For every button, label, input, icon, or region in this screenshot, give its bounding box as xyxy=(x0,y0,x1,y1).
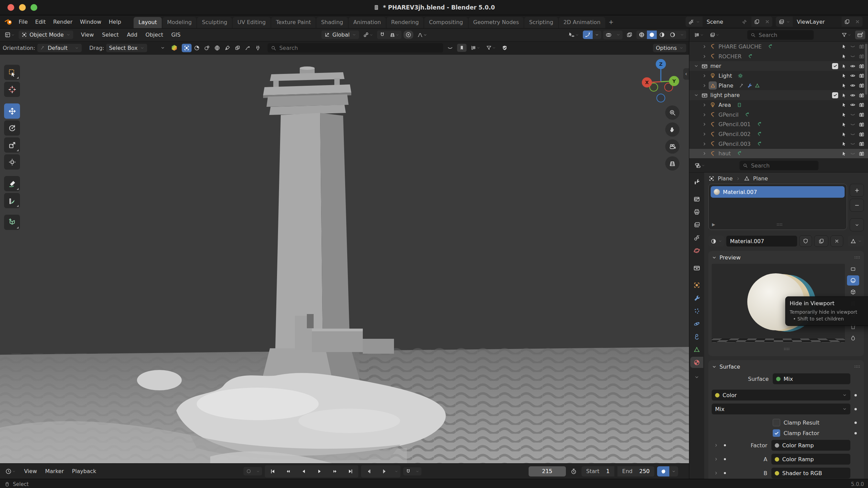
properties-tab-particles[interactable] xyxy=(690,305,703,316)
expand-caret-icon[interactable] xyxy=(700,54,708,59)
tool-measure-button[interactable] xyxy=(4,193,20,208)
add-workspace-button[interactable]: + xyxy=(605,17,617,27)
disable-in-renders-camera-icon[interactable] xyxy=(857,131,866,137)
selectable-arrow-icon[interactable] xyxy=(840,93,848,98)
shading-material-button[interactable] xyxy=(657,31,667,39)
editor-type-button[interactable] xyxy=(3,31,17,39)
node-row-value-field[interactable]: Color Ramp xyxy=(771,440,850,451)
hide-toggle-icon[interactable] xyxy=(445,44,455,52)
add-slot-button[interactable] xyxy=(850,184,864,197)
workspace-tab-animation[interactable]: Animation xyxy=(349,17,386,28)
outliner-display-mode-dropdown[interactable] xyxy=(692,31,706,39)
hide-in-viewport-eye-icon[interactable] xyxy=(848,151,857,157)
timeline-menu-view[interactable]: View xyxy=(20,467,41,476)
camera-view-button[interactable] xyxy=(665,139,679,154)
workspace-tab-geometry-nodes[interactable]: Geometry Nodes xyxy=(469,17,524,28)
collapse-chevron-icon[interactable] xyxy=(712,364,717,369)
outliner-row-light-phare[interactable]: light phare xyxy=(689,90,868,100)
hide-in-viewport-eye-icon[interactable] xyxy=(848,131,857,137)
hide-in-viewport-eye-icon[interactable] xyxy=(848,73,857,79)
viewlayer-icon[interactable] xyxy=(776,17,793,27)
menu-file[interactable]: File xyxy=(15,17,32,26)
workspace-tab-compositing[interactable]: Compositing xyxy=(424,17,468,28)
expand-caret-icon[interactable] xyxy=(700,151,708,156)
close-window-button[interactable] xyxy=(7,4,14,11)
playback-play-back-button[interactable] xyxy=(296,465,312,477)
expand-caret-icon[interactable] xyxy=(712,457,721,462)
timeline-snap-magnet-icon[interactable] xyxy=(403,467,413,475)
new-material-copy-button[interactable] xyxy=(814,235,828,247)
animate-dot[interactable] xyxy=(721,444,729,446)
clamp-result-checkbox[interactable] xyxy=(773,419,780,426)
playback-sync-dropdown[interactable] xyxy=(669,466,678,476)
disable-in-renders-camera-icon[interactable] xyxy=(857,141,866,147)
scene-icon[interactable] xyxy=(686,17,703,27)
tool-addcube-button[interactable] xyxy=(4,215,20,230)
transform-orientation-dropdown[interactable]: Global xyxy=(321,31,359,39)
viewport-menu-select[interactable]: Select xyxy=(98,30,122,39)
snap-settings-dropdown[interactable] xyxy=(388,31,401,39)
outliner-row-rocher[interactable]: ROCHER xyxy=(689,52,868,61)
menu-window[interactable]: Window xyxy=(76,17,105,26)
preview-panel-title[interactable]: Preview xyxy=(719,254,741,261)
outliner-row-plane[interactable]: Plane xyxy=(689,81,868,91)
breadcrumb-data[interactable]: Plane xyxy=(753,175,768,182)
outliner-row-gpencil-001[interactable]: GPencil.001 xyxy=(689,120,868,130)
xray-toggle[interactable] xyxy=(625,31,634,39)
unlink-material-button[interactable] xyxy=(830,235,843,247)
breadcrumb-object[interactable]: Plane xyxy=(718,175,733,182)
hide-in-viewport-eye-icon[interactable] xyxy=(848,53,857,59)
expand-caret-icon[interactable] xyxy=(700,122,708,127)
tool-search-field[interactable] xyxy=(268,43,443,53)
outliner-row-phare-gauche[interactable]: PHARE GAUCHE xyxy=(689,42,868,52)
preview-type-flat-button[interactable] xyxy=(847,264,859,274)
preview-type-sphere-button[interactable] xyxy=(847,275,859,286)
jump-prev-keyframe-button[interactable] xyxy=(361,465,377,477)
display-mode-dropdown[interactable] xyxy=(469,44,482,52)
selectable-arrow-icon[interactable] xyxy=(840,44,848,49)
playback-skip-first-button[interactable] xyxy=(265,465,280,477)
gis-tool-plug-icon[interactable] xyxy=(253,44,263,52)
tool-transform-button[interactable] xyxy=(4,154,20,170)
drag-mode-dropdown[interactable]: Select Box xyxy=(106,44,147,52)
viewport-menu-view[interactable]: View xyxy=(77,30,98,39)
collapse-caret-icon[interactable] xyxy=(692,63,700,69)
3d-viewport[interactable]: Z X Y ‹ xyxy=(0,55,689,463)
tool-tweak-button[interactable] xyxy=(4,65,20,80)
gis-tool-metaball-icon[interactable] xyxy=(202,44,212,52)
hide-in-viewport-eye-icon[interactable] xyxy=(848,102,857,108)
panel-grip-icon[interactable] xyxy=(853,254,861,261)
outliner-row-area[interactable]: Area xyxy=(689,100,868,110)
tool-cursor3d-button[interactable] xyxy=(4,82,20,97)
playback-prev-key-button[interactable] xyxy=(280,465,296,477)
shield-check-icon[interactable] xyxy=(500,44,510,52)
bookmark-icon[interactable] xyxy=(457,44,467,52)
mesh-data-icon[interactable] xyxy=(744,175,750,182)
properties-editor-type-button[interactable] xyxy=(693,161,707,170)
panel-grip-icon[interactable] xyxy=(853,363,861,370)
playback-sync-button[interactable] xyxy=(657,466,669,476)
orientation-value-dropdown[interactable]: Default xyxy=(37,44,82,52)
scene-copy-button[interactable] xyxy=(751,17,762,27)
frame-step-dropdown[interactable] xyxy=(392,468,400,474)
gis-tool-nozzle-icon[interactable] xyxy=(243,44,253,52)
selectable-arrow-icon[interactable] xyxy=(840,151,848,156)
menu-help[interactable]: Help xyxy=(105,17,125,26)
expand-caret-icon[interactable] xyxy=(700,44,708,49)
slot-expand-arrow[interactable]: ▶ xyxy=(712,222,715,227)
color-input-dropdown[interactable]: Color xyxy=(712,390,850,401)
hide-in-viewport-eye-icon[interactable] xyxy=(848,141,857,147)
grip-handle[interactable] xyxy=(775,221,783,228)
frame-start-field[interactable]: Start1 xyxy=(581,466,614,476)
mesh-link-dropdown[interactable] xyxy=(848,236,864,247)
material-slot-list[interactable]: Material.007 ▶ xyxy=(708,184,847,230)
workspace-tab-layout[interactable]: Layout xyxy=(134,17,161,28)
timeline-menu-playback[interactable]: Playback xyxy=(68,467,100,476)
expand-caret-icon[interactable] xyxy=(700,132,708,137)
material-slot-selected[interactable]: Material.007 xyxy=(711,186,845,198)
tool-annotate-button[interactable] xyxy=(4,176,20,191)
clamp-factor-checkbox[interactable] xyxy=(773,429,780,437)
shading-settings-dropdown[interactable] xyxy=(678,32,686,38)
show-overlays-toggle[interactable] xyxy=(603,31,614,39)
outliner-row-gpencil-002[interactable]: GPencil.002 xyxy=(689,129,868,139)
